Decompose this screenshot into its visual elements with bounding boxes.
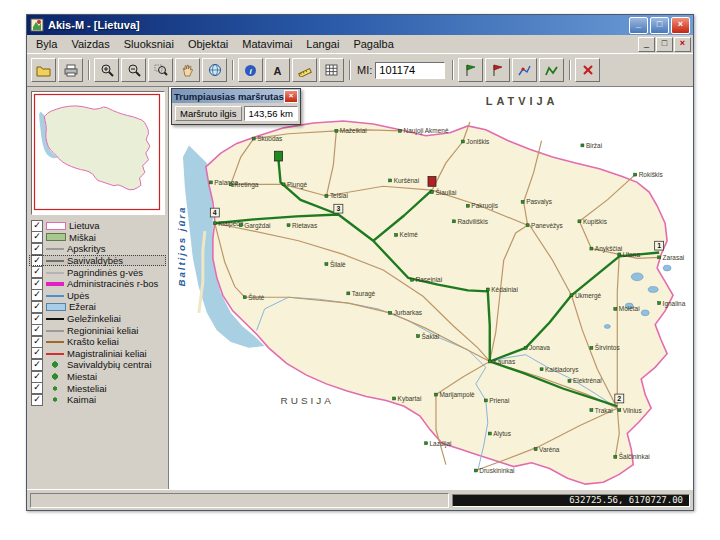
layer-checkbox[interactable]: ✓ bbox=[31, 301, 43, 313]
layer-label: Administracinės r-bos bbox=[67, 278, 158, 289]
layer-checkbox[interactable]: ✓ bbox=[31, 371, 43, 383]
layer-checkbox[interactable]: ✓ bbox=[31, 231, 43, 243]
layer-checkbox[interactable]: ✓ bbox=[31, 336, 43, 348]
map-area[interactable]: SkuodasMažeikiaiNaujoji AkmenėJoniškisBi… bbox=[169, 87, 693, 489]
status-bar: 632725.56, 6170727.00 bbox=[27, 489, 693, 510]
layer-row-geležinkeliai[interactable]: ✓Geležinkeliai bbox=[29, 313, 166, 325]
city-marker bbox=[570, 294, 573, 297]
layer-row-apskritys[interactable]: ✓Apskritys bbox=[29, 243, 166, 255]
menu-item-vaizdas[interactable]: Vaizdas bbox=[64, 37, 116, 51]
menu-item-pagalba[interactable]: Pagalba bbox=[346, 37, 400, 51]
menu-item-objektai[interactable]: Objektai bbox=[181, 37, 235, 51]
close-button[interactable]: × bbox=[671, 17, 690, 34]
layer-checkbox[interactable]: ✓ bbox=[31, 255, 43, 267]
rect-pink-symbol-icon bbox=[46, 222, 66, 230]
full-extent-button[interactable] bbox=[202, 58, 227, 82]
city-marker bbox=[484, 399, 487, 402]
route-end-button[interactable] bbox=[485, 58, 510, 82]
pan-button[interactable] bbox=[175, 58, 200, 82]
layer-checkbox[interactable]: ✓ bbox=[31, 313, 43, 325]
route-start-button[interactable] bbox=[458, 58, 483, 82]
layer-row-miesteliai[interactable]: ✓Miesteliai bbox=[29, 382, 166, 394]
layer-row-savivaldybių-centrai[interactable]: ✓Savivaldybių centrai bbox=[29, 359, 166, 371]
city-label: Kybartai bbox=[398, 395, 422, 403]
zoom-window-button[interactable] bbox=[148, 58, 173, 82]
end-flag-icon bbox=[492, 64, 504, 77]
route-dialog-close-icon[interactable]: × bbox=[284, 90, 298, 103]
route-node-button[interactable] bbox=[512, 58, 537, 82]
layer-row-regioniniai-keliai[interactable]: ✓Regioniniai keliai bbox=[29, 324, 166, 336]
mdi-close-button[interactable]: × bbox=[674, 37, 691, 52]
map-canvas[interactable]: SkuodasMažeikiaiNaujoji AkmenėJoniškisBi… bbox=[169, 87, 693, 489]
layer-label: Krašto keliai bbox=[67, 336, 119, 347]
printer-icon bbox=[64, 64, 78, 77]
menu-item-byla[interactable]: Byla bbox=[29, 37, 64, 51]
city-label: Anykščiai bbox=[595, 245, 622, 253]
city-label: Pasvalys bbox=[526, 198, 552, 206]
menu-item-langai[interactable]: Langai bbox=[299, 37, 346, 51]
layer-row-krašto-keliai[interactable]: ✓Krašto keliai bbox=[29, 336, 166, 348]
layer-checkbox[interactable]: ✓ bbox=[31, 324, 43, 336]
info-button[interactable]: i bbox=[238, 58, 263, 82]
route-clear-button[interactable] bbox=[575, 58, 600, 82]
maximize-button[interactable]: □ bbox=[650, 17, 669, 34]
measure-button[interactable] bbox=[292, 58, 317, 82]
city-label: Marijampolė bbox=[439, 391, 475, 399]
menu-item-matavimai[interactable]: Matavimai bbox=[235, 37, 299, 51]
layer-checkbox[interactable]: ✓ bbox=[31, 347, 43, 359]
city-label: Kupiškis bbox=[583, 218, 607, 226]
layer-checkbox[interactable]: ✓ bbox=[31, 394, 43, 406]
layer-label: Lietuva bbox=[69, 220, 100, 231]
layer-checkbox[interactable]: ✓ bbox=[31, 359, 43, 371]
layer-checkbox[interactable]: ✓ bbox=[31, 243, 43, 255]
layer-row-miškai[interactable]: ✓Miškai bbox=[29, 232, 166, 244]
city-marker bbox=[411, 278, 414, 281]
title-bar[interactable]: Akis-M - [Lietuva] _ □ × bbox=[27, 15, 693, 35]
layer-row-administracinės-r-bos[interactable]: ✓Administracinės r-bos bbox=[29, 278, 166, 290]
layer-checkbox[interactable]: ✓ bbox=[31, 266, 43, 278]
route-dialog[interactable]: Trumpiausias maršrutas × Maršruto ilgis … bbox=[171, 88, 301, 125]
layer-row-ežerai[interactable]: ✓Ežerai bbox=[29, 301, 166, 313]
overview-map[interactable] bbox=[31, 91, 165, 215]
line-blue-symbol-icon bbox=[46, 291, 64, 300]
layer-row-savivaldybės[interactable]: ✓Savivaldybės bbox=[29, 255, 166, 267]
menu-item-sluoksniai[interactable]: Sluoksniai bbox=[117, 37, 181, 51]
city-marker bbox=[568, 379, 571, 382]
table-button[interactable] bbox=[319, 58, 344, 82]
layer-checkbox[interactable]: ✓ bbox=[31, 278, 43, 290]
layer-checkbox[interactable]: ✓ bbox=[31, 289, 43, 301]
city-marker bbox=[252, 137, 255, 140]
layer-row-kaimai[interactable]: ✓Kaimai bbox=[29, 394, 166, 406]
zoom-in-button[interactable] bbox=[94, 58, 119, 82]
city-label: Ignalina bbox=[663, 300, 686, 308]
layer-row-lietuva[interactable]: ✓Lietuva bbox=[29, 220, 166, 232]
city-marker bbox=[524, 346, 527, 349]
mi-input[interactable] bbox=[375, 62, 445, 79]
mdi-minimize-button[interactable]: _ bbox=[638, 37, 655, 52]
layer-row-upės[interactable]: ✓Upės bbox=[29, 290, 166, 302]
layer-label: Kaimai bbox=[67, 394, 96, 405]
layer-label: Miškai bbox=[69, 232, 96, 243]
open-button[interactable] bbox=[31, 58, 56, 82]
route-dialog-titlebar[interactable]: Trumpiausias maršrutas × bbox=[172, 89, 300, 103]
city-marker bbox=[461, 140, 464, 143]
layer-label: Magistraliniai keliai bbox=[67, 348, 147, 359]
ruler-icon bbox=[298, 63, 312, 77]
layer-row-magistraliniai-keliai[interactable]: ✓Magistraliniai keliai bbox=[29, 348, 166, 360]
dot-green-sm-symbol-icon bbox=[46, 384, 64, 393]
label-button[interactable]: A bbox=[265, 58, 290, 82]
layer-checkbox[interactable]: ✓ bbox=[31, 382, 43, 394]
layer-checkbox[interactable]: ✓ bbox=[31, 220, 43, 232]
print-button[interactable] bbox=[58, 58, 83, 82]
route-node-icon bbox=[518, 64, 531, 77]
layer-row-miestai[interactable]: ✓Miestai bbox=[29, 371, 166, 383]
label-latvija: LATVIJA bbox=[486, 95, 559, 107]
city-marker bbox=[534, 448, 537, 451]
route-calc-button[interactable] bbox=[539, 58, 564, 82]
minimize-button[interactable]: _ bbox=[629, 17, 648, 34]
city-label: Gargždai bbox=[244, 222, 270, 230]
layer-row-pagrindinės-g-vės[interactable]: ✓Pagrindinės g-vės bbox=[29, 266, 166, 278]
window-title: Akis-M - [Lietuva] bbox=[48, 19, 140, 31]
mdi-restore-button[interactable]: □ bbox=[656, 37, 673, 52]
zoom-out-button[interactable] bbox=[121, 58, 146, 82]
